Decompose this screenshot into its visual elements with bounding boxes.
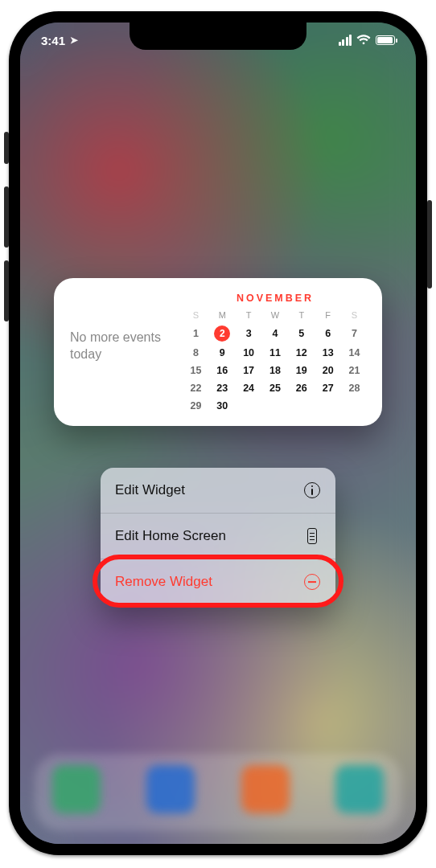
calendar-day: 14 bbox=[341, 344, 368, 362]
dow-label: T bbox=[288, 309, 315, 323]
dow-label: W bbox=[262, 309, 289, 323]
wifi-icon bbox=[356, 35, 371, 46]
calendar-day: 18 bbox=[262, 362, 289, 379]
menu-item-label: Remove Widget bbox=[115, 574, 212, 590]
location-icon: ➤ bbox=[70, 35, 78, 46]
volume-down-button bbox=[4, 260, 9, 321]
calendar-day: 4 bbox=[262, 323, 289, 344]
dow-label: M bbox=[209, 309, 236, 323]
calendar-day: 1 bbox=[183, 323, 209, 344]
cellular-icon bbox=[339, 35, 352, 46]
dow-label: S bbox=[341, 309, 368, 323]
calendar-day: 13 bbox=[315, 344, 341, 362]
calendar-day: 29 bbox=[183, 397, 209, 415]
calendar-grid: S M T W T F S 12345678910111213141516171… bbox=[183, 309, 368, 415]
dow-label: F bbox=[315, 309, 341, 323]
calendar-day bbox=[315, 397, 341, 415]
calendar-day: 10 bbox=[236, 344, 262, 362]
menu-item-label: Edit Home Screen bbox=[115, 528, 226, 544]
no-events-text: No more events today bbox=[70, 330, 171, 363]
calendar-day: 26 bbox=[288, 379, 315, 397]
battery-icon bbox=[376, 35, 395, 45]
calendar-day bbox=[262, 397, 289, 415]
dock-apps-blur bbox=[52, 765, 384, 820]
dow-label: T bbox=[236, 309, 262, 323]
calendar-day bbox=[288, 397, 315, 415]
calendar-day bbox=[236, 397, 262, 415]
calendar-day: 21 bbox=[341, 362, 368, 379]
calendar-day: 22 bbox=[183, 379, 209, 397]
calendar-day: 11 bbox=[262, 344, 289, 362]
calendar-day: 28 bbox=[341, 379, 368, 397]
notch bbox=[130, 23, 306, 50]
menu-remove-widget[interactable]: Remove Widget bbox=[101, 559, 335, 604]
calendar-day: 24 bbox=[236, 379, 262, 397]
screen: 3:41 ➤ No more events today NOVEMBER S M bbox=[20, 23, 416, 844]
wallpaper-blur bbox=[20, 23, 416, 844]
info-icon bbox=[303, 481, 321, 499]
calendar-month: NOVEMBER bbox=[183, 293, 368, 304]
menu-item-label: Edit Widget bbox=[115, 482, 185, 498]
calendar-day: 17 bbox=[236, 362, 262, 379]
calendar-day: 25 bbox=[262, 379, 289, 397]
remove-icon bbox=[303, 573, 321, 591]
calendar-day: 6 bbox=[315, 323, 341, 344]
widget-events: No more events today bbox=[70, 294, 171, 363]
calendar-day: 8 bbox=[183, 344, 209, 362]
calendar-day bbox=[341, 397, 368, 415]
screens-icon bbox=[303, 527, 321, 545]
calendar-day: 12 bbox=[288, 344, 315, 362]
side-button bbox=[427, 200, 432, 289]
device-frame: 3:41 ➤ No more events today NOVEMBER S M bbox=[9, 11, 427, 855]
calendar-day: 15 bbox=[183, 362, 209, 379]
menu-edit-home-screen[interactable]: Edit Home Screen bbox=[101, 513, 335, 559]
calendar-day: 2 bbox=[209, 323, 236, 344]
calendar-day: 7 bbox=[341, 323, 368, 344]
calendar-day: 3 bbox=[236, 323, 262, 344]
ringer-switch bbox=[4, 132, 9, 164]
volume-up-button bbox=[4, 186, 9, 248]
status-time: 3:41 bbox=[41, 34, 65, 47]
calendar-day: 30 bbox=[209, 397, 236, 415]
calendar-day: 23 bbox=[209, 379, 236, 397]
calendar-widget[interactable]: No more events today NOVEMBER S M T W T … bbox=[54, 278, 382, 426]
calendar-day: 27 bbox=[315, 379, 341, 397]
menu-edit-widget[interactable]: Edit Widget bbox=[101, 468, 335, 513]
calendar-day: 19 bbox=[288, 362, 315, 379]
calendar-day: 5 bbox=[288, 323, 315, 344]
calendar-day: 20 bbox=[315, 362, 341, 379]
widget-calendar: NOVEMBER S M T W T F S 12345678910111213… bbox=[183, 294, 368, 415]
calendar-day: 9 bbox=[209, 344, 236, 362]
calendar-day: 16 bbox=[209, 362, 236, 379]
dow-label: S bbox=[183, 309, 209, 323]
context-menu: Edit Widget Edit Home Screen Remove Widg… bbox=[101, 468, 335, 604]
